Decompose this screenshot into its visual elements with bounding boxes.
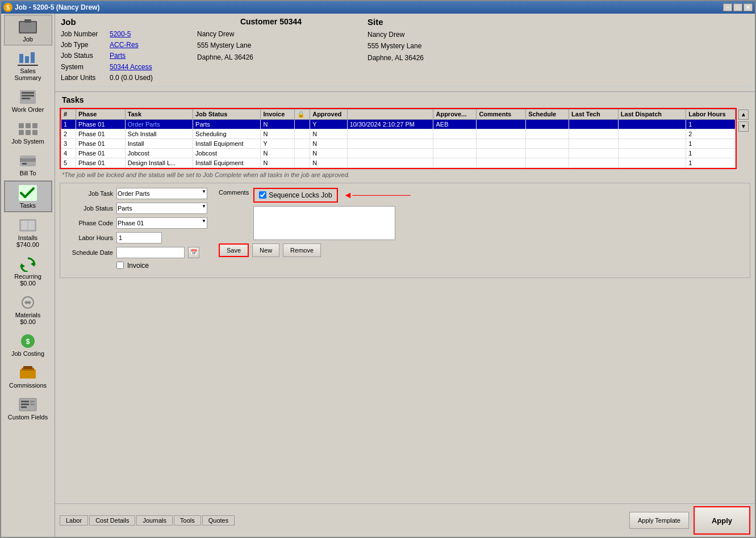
col-header-phase: Phase xyxy=(76,109,126,119)
sidebar-item-custom-fields[interactable]: Custom Fields xyxy=(4,393,52,423)
bottom-bar: Labor Cost Details Journals Tools Quotes… xyxy=(55,503,755,537)
table-row[interactable]: 4Phase 01JobcostJobcostNN1 xyxy=(61,148,736,158)
apply-template-button[interactable]: Apply Template xyxy=(629,512,689,529)
notice-text: *The job will be locked and the status w… xyxy=(60,169,750,180)
job-task-wrapper: Order Parts xyxy=(116,188,207,199)
svg-rect-9 xyxy=(22,95,34,96)
table-row[interactable]: 2Phase 01Sch InstallSchedulingNN2 xyxy=(61,129,736,138)
sidebar-item-job[interactable]: Job xyxy=(4,15,52,45)
window-title: Job - 5200-5 (Nancy Drew) xyxy=(15,3,99,11)
comments-textarea[interactable] xyxy=(253,206,395,240)
save-button[interactable]: Save xyxy=(219,243,249,257)
tasks-title: Tasks xyxy=(60,94,750,106)
close-button[interactable]: ✕ xyxy=(744,3,753,11)
job-status-row: Job Status Parts xyxy=(65,203,207,214)
tasks-icon xyxy=(16,184,39,202)
svg-rect-10 xyxy=(22,98,30,99)
job-task-select[interactable]: Order Parts xyxy=(116,188,207,199)
svg-rect-29 xyxy=(20,369,36,379)
maximize-button[interactable]: □ xyxy=(733,3,742,11)
col-header-task: Task xyxy=(125,109,193,119)
new-button[interactable]: New xyxy=(252,243,279,257)
site-column: Site Nancy Drew 555 Mystery Lane Daphne,… xyxy=(345,17,749,83)
table-row[interactable]: 3Phase 01InstallInstall EquipmentYN1 xyxy=(61,138,736,148)
installs-icon xyxy=(16,216,39,234)
sidebar-item-tasks[interactable]: Tasks xyxy=(4,180,52,212)
comments-label: Comments xyxy=(219,189,249,196)
svg-rect-8 xyxy=(22,92,34,94)
job-icon xyxy=(16,18,39,36)
bottom-left: Labor Cost Details Journals Tools Quotes xyxy=(60,515,235,526)
schedule-date-picker[interactable]: 📅 xyxy=(188,247,199,258)
sequence-checkbox[interactable] xyxy=(259,191,266,199)
comments-section: Comments Sequence Locks Job ◄───────── xyxy=(219,188,410,240)
job-status-value[interactable]: Parts xyxy=(110,51,126,61)
job-status-select[interactable]: Parts xyxy=(116,203,207,214)
schedule-date-row: Schedule Date 📅 xyxy=(65,247,207,258)
minimize-button[interactable]: ─ xyxy=(723,3,732,11)
tab-cost-details[interactable]: Cost Details xyxy=(89,515,135,526)
job-number-field: Job Number 5200-5 xyxy=(61,29,186,40)
job-status-wrapper: Parts xyxy=(116,203,207,214)
sidebar-item-commissions-label: Commissions xyxy=(9,382,47,389)
job-number-label: Job Number xyxy=(61,29,106,40)
sidebar-item-recurring[interactable]: Recurring$0.00 xyxy=(4,252,52,289)
svg-rect-2 xyxy=(24,19,31,23)
col-header-schedule: Schedule xyxy=(526,109,569,119)
sequence-locks-job-box: Sequence Locks Job xyxy=(253,188,337,203)
sidebar-item-work-order[interactable]: Work Order xyxy=(4,85,52,116)
col-header-num: # xyxy=(61,109,76,119)
bill-to-icon xyxy=(16,152,39,170)
col-header-status: Job Status xyxy=(193,109,261,119)
sidebar-item-recurring-label: Recurring$0.00 xyxy=(14,273,41,287)
table-row[interactable]: 5Phase 01Design Install L...Install Equi… xyxy=(61,158,736,167)
invoice-row: Invoice xyxy=(65,262,207,270)
sidebar-item-sales-summary[interactable]: SalesSummary xyxy=(4,47,52,84)
schedule-date-input[interactable] xyxy=(116,247,185,258)
tab-journals[interactable]: Journals xyxy=(136,515,173,526)
job-type-value[interactable]: ACC-Res xyxy=(110,40,139,51)
labor-hours-input[interactable] xyxy=(116,232,162,243)
sidebar-item-commissions[interactable]: Commissions xyxy=(4,361,52,392)
phase-code-select[interactable]: Phase 01 xyxy=(116,217,207,229)
table-row[interactable]: 1Phase 01Order PartsPartsNY10/30/2024 2:… xyxy=(61,119,736,129)
remove-button[interactable]: Remove xyxy=(283,243,321,257)
work-order-icon xyxy=(16,88,39,106)
svg-rect-11 xyxy=(19,123,24,128)
invoice-checkbox[interactable] xyxy=(116,262,124,269)
sidebar-item-bill-to[interactable]: Bill To xyxy=(4,149,52,179)
tasks-table-wrapper: # Phase Task Job Status Invoice 🔒 Approv… xyxy=(60,108,750,169)
sidebar-item-job-costing[interactable]: $ Job Costing xyxy=(4,329,52,360)
sales-summary-icon xyxy=(16,49,39,68)
job-header: Job Job Number 5200-5 Job Type ACC-Res J… xyxy=(55,14,755,92)
bottom-tabs: Labor Cost Details Journals Tools Quotes xyxy=(60,515,235,526)
svg-rect-1 xyxy=(20,22,36,32)
tab-tools[interactable]: Tools xyxy=(174,515,201,526)
sidebar-item-job-system[interactable]: Job System xyxy=(4,117,52,148)
col-header-comments: Comments xyxy=(477,109,526,119)
sidebar-item-installs[interactable]: Installs$740.00 xyxy=(4,213,52,251)
job-column: Job Job Number 5200-5 Job Type ACC-Res J… xyxy=(61,17,186,83)
app-icon: S xyxy=(3,3,12,12)
svg-rect-16 xyxy=(32,130,37,135)
svg-rect-36 xyxy=(30,401,35,402)
tab-labor[interactable]: Labor xyxy=(60,515,88,526)
site-section-title: Site xyxy=(367,17,749,27)
svg-rect-19 xyxy=(22,163,27,165)
job-number-value[interactable]: 5200-5 xyxy=(110,29,131,40)
scroll-down-button[interactable]: ▼ xyxy=(738,121,749,132)
scroll-up-button[interactable]: ▲ xyxy=(738,110,749,120)
main-window: S Job - 5200-5 (Nancy Drew) ─ □ ✕ Job Sa… xyxy=(0,0,756,538)
labor-units-field: Labor Units 0.0 (0.0 Used) xyxy=(61,73,186,83)
sidebar-item-materials[interactable]: Materials$0.00 xyxy=(4,291,52,328)
buttons-area: Save New Remove xyxy=(219,243,410,257)
tab-quotes[interactable]: Quotes xyxy=(202,515,235,526)
system-value[interactable]: 50344 Access xyxy=(110,62,152,73)
phase-code-wrapper: Phase 01 xyxy=(116,217,207,229)
form-right: Comments Sequence Locks Job ◄───────── xyxy=(219,188,410,273)
apply-button[interactable]: Apply xyxy=(694,506,750,535)
sidebar-item-materials-label: Materials$0.00 xyxy=(15,312,41,325)
comments-right: Sequence Locks Job ◄───────── xyxy=(253,188,410,240)
svg-rect-4 xyxy=(25,56,29,63)
svg-marker-24 xyxy=(31,262,35,267)
